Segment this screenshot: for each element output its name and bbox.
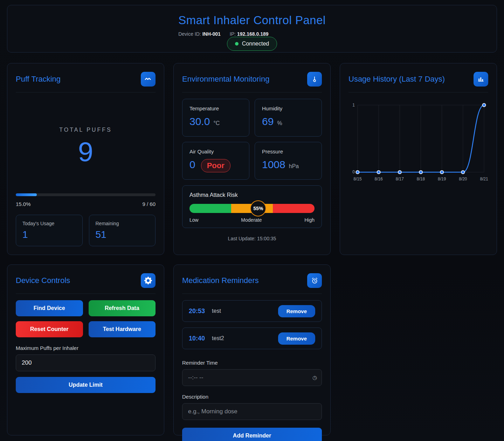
puff-ratio: 9 / 60	[142, 201, 156, 207]
thermometer-icon[interactable]	[307, 72, 322, 87]
gear-icon[interactable]	[141, 273, 156, 288]
svg-text:8/19: 8/19	[438, 177, 446, 181]
medication-reminders-card: Medication Reminders 20:53 test Remove 1…	[173, 264, 331, 435]
bar-chart-icon[interactable]	[474, 72, 488, 87]
description-label: Description	[182, 394, 322, 400]
env-tiles: Temperature 30.0 °C Humidity 69 %	[182, 99, 322, 180]
reset-counter-button[interactable]: Reset Counter	[16, 321, 83, 337]
smart-inhaler-dashboard: Smart Inhaler Control Panel Device ID:IN…	[0, 0, 504, 441]
asthma-risk-marker: 55%	[250, 200, 266, 216]
temperature-unit: °C	[213, 120, 220, 126]
todays-usage-value: 1	[22, 229, 76, 240]
activity-icon[interactable]	[141, 72, 156, 87]
usage-card-head: Usage History (Last 7 Days)	[348, 72, 488, 92]
description-input[interactable]	[182, 403, 322, 420]
total-puffs-value: 9	[78, 138, 93, 165]
controls-card-title: Device Controls	[16, 276, 70, 285]
clock-icon: ◷	[312, 374, 317, 381]
puff-tracking-card: Puff Tracking TOTAL PUFFS 9 15.0% 9 / 60	[7, 63, 164, 255]
total-puffs-block: TOTAL PUFFS 9	[16, 99, 156, 193]
air-quality-value: 0	[189, 159, 195, 171]
remove-reminder-button[interactable]: Remove	[278, 305, 315, 317]
risk-level-high: High	[304, 217, 315, 223]
pressure-unit: hPa	[289, 163, 299, 170]
reminder-time-label: Reminder Time	[182, 360, 322, 366]
device-controls-card: Device Controls Find Device Refresh Data…	[7, 264, 164, 435]
usage-chart: 018/158/168/178/188/198/208/21	[348, 99, 488, 188]
device-id-value: INH-001	[202, 31, 221, 37]
air-quality-tile: Air Quality 0 Poor	[182, 142, 249, 180]
header-left: Smart Inhaler Control Panel Device ID:IN…	[178, 14, 326, 37]
test-hardware-button[interactable]: Test Hardware	[89, 321, 156, 337]
risk-level-moderate: Moderate	[241, 217, 262, 223]
connection-status-badge: Connected	[227, 37, 277, 51]
puff-card-title: Puff Tracking	[16, 75, 61, 84]
humidity-unit: %	[277, 120, 282, 126]
todays-usage-box: Today's Usage 1	[16, 215, 83, 246]
puff-progress-bar	[16, 193, 156, 196]
pressure-tile: Pressure 1008 hPa	[255, 142, 322, 180]
reminder-time: 10:40	[189, 335, 205, 342]
temperature-label: Temperature	[189, 105, 242, 111]
env-card-head: Environmental Monitoring	[182, 72, 322, 92]
asthma-risk-meter: 55%	[189, 204, 315, 213]
add-reminder-button[interactable]: Add Reminder	[182, 428, 322, 441]
status-text: Connected	[242, 41, 269, 47]
ip-label: IP:	[230, 31, 236, 37]
temperature-tile: Temperature 30.0 °C	[182, 99, 249, 137]
env-card-body: Temperature 30.0 °C Humidity 69 %	[182, 99, 322, 246]
todays-usage-label: Today's Usage	[22, 221, 76, 226]
env-card-title: Environmental Monitoring	[182, 75, 269, 84]
svg-text:8/16: 8/16	[374, 177, 383, 181]
asthma-risk-box: Asthma Attack Risk 55% Low Moderate High	[182, 185, 322, 228]
humidity-tile: Humidity 69 %	[255, 99, 322, 137]
controls-card-head: Device Controls	[16, 273, 156, 294]
reminder-item: 10:40 test2 Remove	[182, 328, 322, 349]
max-puffs-label: Maximum Puffs per Inhaler	[16, 345, 156, 351]
device-info: Device ID:INH-001IP:192.168.0.189	[178, 31, 326, 37]
reminder-time-input[interactable]	[182, 369, 322, 386]
svg-text:0: 0	[352, 170, 355, 174]
pressure-label: Pressure	[262, 149, 315, 154]
pressure-value: 1008	[262, 159, 285, 171]
refresh-data-button[interactable]: Refresh Data	[89, 300, 156, 316]
usage-card-title: Usage History (Last 7 Days)	[348, 75, 445, 84]
device-id-label: Device ID:	[178, 31, 201, 37]
puff-percent: 15.0%	[16, 201, 31, 207]
page-title: Smart Inhaler Control Panel	[178, 14, 326, 27]
environmental-monitoring-card: Environmental Monitoring Temperature 30.…	[173, 63, 331, 255]
svg-text:8/15: 8/15	[353, 177, 362, 181]
svg-text:8/21: 8/21	[480, 177, 488, 181]
reminders-card-head: Medication Reminders	[182, 273, 322, 294]
usage-card-body: 018/158/168/178/188/198/208/21	[348, 99, 488, 246]
air-quality-badge: Poor	[201, 159, 230, 172]
puff-card-body: TOTAL PUFFS 9 15.0% 9 / 60 Today's Usage…	[16, 99, 156, 246]
total-puffs-label: TOTAL PUFFS	[59, 127, 112, 133]
update-limit-button[interactable]: Update Limit	[16, 377, 156, 393]
svg-text:8/18: 8/18	[417, 177, 425, 181]
dashboard-grid: Puff Tracking TOTAL PUFFS 9 15.0% 9 / 60	[7, 63, 497, 435]
remaining-value: 51	[96, 229, 149, 240]
risk-level-low: Low	[189, 217, 199, 223]
controls-card-body: Find Device Refresh Data Reset Counter T…	[16, 300, 156, 427]
svg-text:1: 1	[352, 103, 355, 108]
remaining-box: Remaining 51	[89, 215, 156, 246]
remaining-label: Remaining	[96, 221, 149, 226]
control-buttons: Find Device Refresh Data Reset Counter T…	[16, 300, 156, 337]
reminder-text: test2	[212, 335, 224, 342]
temperature-value: 30.0	[189, 116, 210, 128]
asthma-risk-levels: Low Moderate High	[189, 217, 315, 223]
puff-progress-labels: 15.0% 9 / 60	[16, 201, 156, 207]
alarm-clock-icon[interactable]	[307, 273, 322, 288]
remove-reminder-button[interactable]: Remove	[278, 332, 315, 345]
status-dot-icon	[235, 42, 239, 46]
reminder-time: 20:53	[189, 308, 205, 315]
max-puffs-input[interactable]	[16, 354, 156, 371]
last-update-text: Last Update: 15:00:35	[182, 236, 322, 241]
find-device-button[interactable]: Find Device	[16, 300, 83, 316]
svg-text:8/17: 8/17	[396, 177, 404, 181]
asthma-risk-label: Asthma Attack Risk	[189, 192, 315, 198]
usage-history-card: Usage History (Last 7 Days) 018/158/168/…	[340, 63, 497, 255]
puff-card-head: Puff Tracking	[16, 72, 156, 92]
header-card: Smart Inhaler Control Panel Device ID:IN…	[7, 5, 497, 53]
